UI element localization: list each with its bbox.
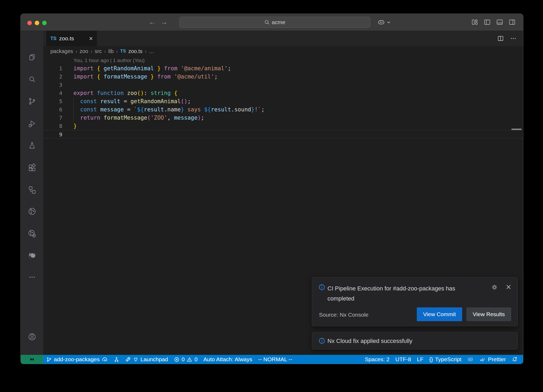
git-branch-icon [28,97,37,107]
breadcrumb-symbol-ellipsis[interactable]: … [149,48,154,54]
customize-layout-icon[interactable] [471,19,478,26]
code-line[interactable]: 7 return formatMessage('ZOO', message); [43,114,523,122]
code-line[interactable]: 6 const message = `${result.name} says $… [43,106,523,114]
nx-graph-icon [114,357,119,362]
line-number: 7 [43,114,62,122]
eol-status-item[interactable]: LF [414,355,427,364]
line-number: 5 [43,97,62,106]
accounts-button[interactable] [21,330,43,344]
line-number: 9 [43,130,62,139]
spaces-label: Spaces: 2 [365,356,389,363]
code-line[interactable]: 3 [43,81,523,89]
sidebar-item-nx-cloud[interactable] [21,205,43,219]
code-content[interactable]: import { getRandomAnimal } from '@acme/a… [73,64,516,73]
code-content[interactable]: export function zoo(): string { [73,89,516,97]
problems-status-item[interactable]: 0 0 [171,355,200,364]
code-line[interactable]: 8} [43,122,523,130]
overview-ruler-cursor-mark [511,129,522,130]
sidebar-item-testing[interactable] [21,139,43,153]
rocket-icon [125,356,131,362]
sidebar-item-source-control[interactable] [21,95,43,109]
code-line[interactable]: 5 const result = getRandomAnimal(); [43,97,523,106]
view-results-button[interactable]: View Results [466,307,511,321]
git-blame-annotation: You, 1 hour ago | 1 author (You) [43,56,523,64]
breadcrumb-item[interactable]: zoo [80,48,88,54]
more-actions-icon[interactable] [510,35,517,42]
plug-icon [133,357,138,362]
notification-message: CI Pipeline Execution for #add-zoo-packa… [327,284,476,304]
code-content[interactable]: import { formatMessage } from '@acme/uti… [73,73,516,81]
edge-icon [28,251,37,261]
breadcrumb-file[interactable]: zoo.ts [128,48,142,54]
tab-zoo-ts[interactable]: TS zoo.ts × [46,31,97,46]
info-icon [318,337,325,344]
close-window-button[interactable] [27,21,32,25]
warning-icon [187,357,192,362]
remote-indicator[interactable] [21,355,43,364]
sidebar-item-gitlens[interactable] [21,227,43,241]
minimize-window-button[interactable] [35,21,39,25]
git-branch-icon [46,357,52,362]
notification-settings-icon[interactable] [491,284,498,291]
debug-icon [28,119,37,129]
vim-mode-status-item[interactable]: -- NORMAL -- [255,355,295,364]
extensions-icon [28,163,37,173]
sidebar-item-search[interactable] [21,73,43,87]
chevron-right-icon: › [76,48,77,54]
error-count: 0 [182,356,185,363]
code-content[interactable]: const message = `${result.name} says ${r… [73,106,516,114]
toggle-panel-icon[interactable] [496,19,503,26]
navigate-forward-button[interactable]: → [159,14,169,31]
breadcrumb-item[interactable]: packages [50,48,73,54]
copilot-menu-button[interactable] [377,18,392,27]
typescript-file-icon: TS [50,36,56,41]
toggle-primary-sidebar-icon[interactable] [484,19,491,26]
code-line[interactable]: 1import { getRandomAnimal } from '@acme/… [43,64,523,73]
notification-message: Nx Cloud fix applied successfully [327,332,508,350]
indentation-status-item[interactable]: Spaces: 2 [362,355,392,364]
notifications-bell-item[interactable] [509,355,520,364]
auto-attach-status-item[interactable]: Auto Attach: Always [200,355,255,364]
status-bar: add-zoo-packages Launchpad 0 [21,355,523,364]
breadcrumb-item[interactable]: lib [108,48,114,54]
sidebar-item-nx-console[interactable] [21,184,43,197]
notification-ci-pipeline: CI Pipeline Execution for #add-zoo-packa… [312,277,518,326]
navigate-back-button[interactable]: ← [147,14,157,31]
language-status-item[interactable]: {} TypeScript [426,355,464,364]
view-commit-button[interactable]: View Commit [417,307,462,321]
nx-status-item[interactable] [111,355,122,364]
beaker-icon [28,141,37,151]
additional-views-button[interactable] [21,271,43,285]
search-value: acme [272,19,285,25]
launchpad-status-item[interactable]: Launchpad [122,355,171,364]
copilot-status-item[interactable] [464,355,476,364]
line-number: 2 [43,73,62,81]
chevron-right-icon: › [145,48,147,54]
line-number: 6 [43,106,62,114]
encoding-status-item[interactable]: UTF-8 [392,355,414,364]
sidebar-item-run-debug[interactable] [21,117,43,131]
line-number: 8 [43,122,62,130]
code-line[interactable]: 2import { formatMessage } from '@acme/ut… [43,73,523,81]
indent-guide [73,97,74,122]
close-icon[interactable] [505,284,512,291]
branch-status-item[interactable]: add-zoo-packages [43,355,111,364]
split-editor-icon[interactable] [497,35,504,42]
code-line[interactable]: 4export function zoo(): string { [43,89,523,97]
chevron-right-icon: › [91,48,93,54]
code-content[interactable]: } [73,122,516,130]
sidebar-item-explorer[interactable] [21,51,43,65]
close-tab-icon[interactable]: × [89,35,93,42]
toggle-secondary-sidebar-icon[interactable] [509,19,516,26]
code-content[interactable]: const result = getRandomAnimal(); [73,97,516,106]
breadcrumb-item[interactable]: src [95,48,102,54]
formatter-status-item[interactable]: Prettier [476,355,509,364]
notification-source: Source: Nx Console [319,312,369,318]
code-content[interactable]: return formatMessage('ZOO', message); [73,114,516,122]
code-line[interactable]: 9 [43,130,523,138]
sidebar-item-edge-tools[interactable] [21,249,43,263]
zoom-window-button[interactable] [42,21,47,25]
bell-icon [512,356,518,362]
command-center-search[interactable]: acme [179,17,370,28]
sidebar-item-extensions[interactable] [21,162,43,175]
